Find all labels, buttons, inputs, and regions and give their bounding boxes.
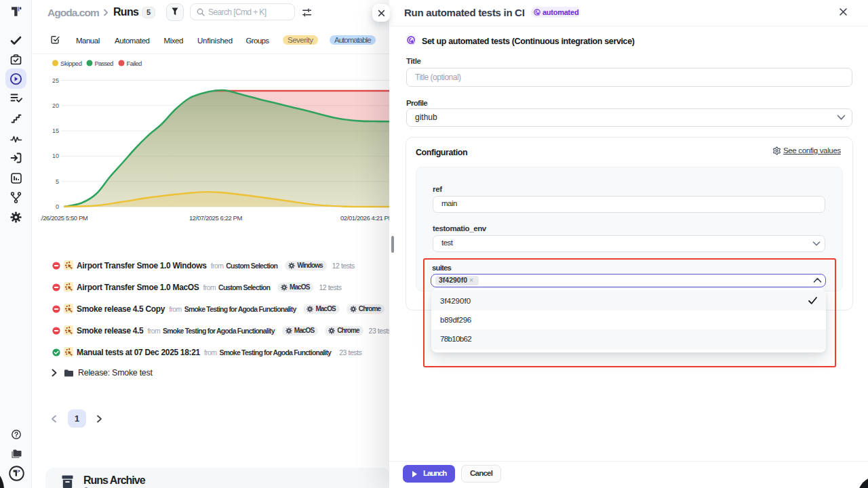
svg-text:Skipped: Skipped [60, 60, 82, 67]
svg-text:Passed: Passed [95, 60, 113, 67]
svg-text:12/07/2025 6:22 PM: 12/07/2025 6:22 PM [189, 214, 243, 222]
svg-text:10: 10 [52, 152, 59, 159]
svg-text:11/26/2025 5:50 PM: 11/26/2025 5:50 PM [35, 214, 88, 222]
svg-text:0: 0 [56, 203, 59, 210]
svg-text:Failed: Failed [127, 60, 142, 67]
svg-text:5: 5 [56, 178, 59, 185]
svg-text:15: 15 [52, 127, 59, 134]
svg-text:25: 25 [52, 77, 59, 84]
svg-text:20: 20 [52, 102, 59, 109]
svg-text:02/01/2026 4:21 PM: 02/01/2026 4:21 PM [340, 214, 390, 222]
